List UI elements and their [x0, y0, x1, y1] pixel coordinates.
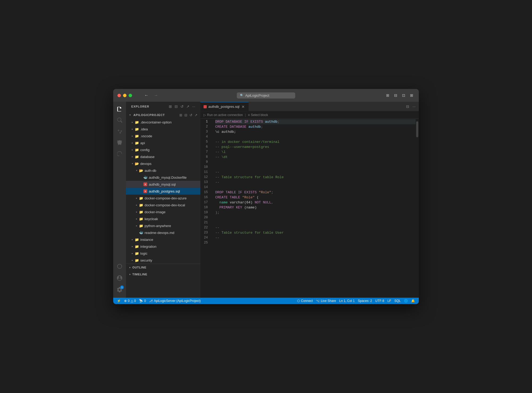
- tree-label-readme: readme-devops.md: [145, 231, 174, 235]
- tree-item-vscode[interactable]: 📁 .vscode: [126, 133, 200, 139]
- customize-layout-button[interactable]: ⊞: [409, 92, 415, 98]
- code-content[interactable]: DROP DATABASE IF EXISTS authdb; CREATE D…: [212, 119, 416, 298]
- tree-item-devcontainer[interactable]: 📁 .devcontainer-option: [126, 119, 200, 126]
- tree-label-pythonanywhere: python-anywhere: [145, 224, 171, 228]
- tree-item-instance[interactable]: 📁 instance: [126, 236, 200, 243]
- tab-close-postgres-sql[interactable]: ✕: [241, 105, 245, 109]
- editor-layout-button[interactable]: ⊡: [401, 92, 407, 98]
- folder-icon-config: 📁: [134, 147, 139, 152]
- close-button[interactable]: [117, 94, 121, 97]
- maximize-button[interactable]: [129, 94, 132, 97]
- activity-account[interactable]: [114, 273, 125, 283]
- tree-item-api[interactable]: 📁 api: [126, 139, 200, 146]
- tree-item-devops[interactable]: 📂 devops: [126, 160, 200, 167]
- forward-button[interactable]: →: [152, 92, 160, 99]
- tree-item-dcdl[interactable]: 📁 docker-compose-dev-local: [126, 202, 200, 208]
- new-file-button[interactable]: ⊞: [168, 104, 173, 109]
- tree-item-dcda[interactable]: 📁 docker-compose-dev-azure: [126, 195, 200, 202]
- code-editor[interactable]: 1 2 3 4 5 6 7 8 9 10 11 12 13 14 15 16 1: [200, 119, 419, 298]
- new-folder-button[interactable]: ⊟: [174, 104, 179, 109]
- tree-arrow-dockerimage: [134, 210, 139, 214]
- tree-item-logic[interactable]: 📁 logic: [126, 250, 200, 257]
- docker-icon-dockerfile: 🐳: [143, 175, 148, 180]
- status-bell[interactable]: 🔔: [409, 298, 417, 304]
- tab-postgres-sql[interactable]: authdb_postgres.sql ✕: [200, 102, 249, 111]
- titlebar-right: ⊞ ⊟ ⊡ ⊞: [385, 92, 415, 98]
- tree-arrow-integration: [130, 244, 134, 249]
- tree-item-mysql-sql[interactable]: S authdb_mysql.sql: [126, 181, 200, 188]
- status-notifications[interactable]: 📡 0: [137, 298, 147, 304]
- status-encoding[interactable]: UTF-8: [374, 298, 386, 304]
- minimize-button[interactable]: [123, 94, 126, 97]
- tree-item-dockerimage[interactable]: 📁 docker-image: [126, 208, 200, 215]
- status-language[interactable]: SQL: [393, 298, 402, 304]
- branch-name: ApiLogicServer (ApiLogicProject): [154, 299, 201, 303]
- bell-icon: 🔔: [411, 299, 415, 303]
- tree-item-dockerfile[interactable]: 🐳 authdb_mysql.Dockerfile: [126, 174, 200, 181]
- refresh-icon[interactable]: ↺: [189, 113, 193, 117]
- new-file-icon[interactable]: ⊞: [179, 113, 183, 117]
- status-remote[interactable]: ⚡: [115, 298, 123, 304]
- tree-label-integration: integration: [140, 245, 157, 249]
- tree-item-authdb[interactable]: 📂 auth-db: [126, 167, 200, 174]
- activity-explorer[interactable]: [114, 104, 125, 114]
- activity-debug[interactable]: [114, 137, 125, 148]
- code-line-20: [215, 215, 416, 220]
- status-errors[interactable]: ⊗ 0 △ 0: [123, 298, 137, 304]
- tab-label-postgres-sql: authdb_postgres.sql: [208, 105, 239, 109]
- tree-item-database[interactable]: 📁 database: [126, 153, 200, 160]
- back-button[interactable]: ←: [143, 92, 150, 99]
- status-liveshare[interactable]: ⌥ Live Share: [314, 298, 337, 304]
- status-eol[interactable]: LF: [386, 298, 393, 304]
- token-1-id: authdb: [265, 119, 277, 124]
- panel-toggle-button[interactable]: ⊟: [393, 92, 399, 98]
- tree-item-security[interactable]: 📁 security: [126, 257, 200, 264]
- code-line-11: --: [215, 170, 416, 175]
- tree-item-pythonanywhere[interactable]: 📁 python-anywhere: [126, 222, 200, 229]
- activity-remote[interactable]: [114, 261, 125, 272]
- code-line-4: [215, 134, 416, 139]
- more-actions-editor-button[interactable]: ···: [411, 104, 417, 109]
- status-branch[interactable]: ⎇ ApiLogicServer (ApiLogicProject): [147, 298, 202, 304]
- tree-item-integration[interactable]: 📁 integration: [126, 243, 200, 250]
- split-editor-button[interactable]: ⊟: [405, 104, 410, 109]
- tree-label-devcontainer: .devcontainer-option: [140, 120, 172, 124]
- collapse-icon[interactable]: ↗: [194, 113, 198, 117]
- folder-icon-vscode: 📁: [134, 134, 139, 138]
- timeline-section-header[interactable]: TIMELINE: [126, 271, 200, 278]
- ln-7: 7: [200, 149, 210, 155]
- outline-section-header[interactable]: OUTLINE: [126, 264, 200, 271]
- select-block-button[interactable]: ≡ Select block: [248, 113, 268, 117]
- sidebar-toggle-button[interactable]: ⊞: [385, 92, 391, 98]
- activity-search[interactable]: [114, 115, 125, 126]
- status-cursor[interactable]: Ln 1, Col 1: [338, 298, 356, 304]
- more-actions-button[interactable]: ···: [191, 104, 196, 109]
- token-2-punc: ;: [261, 124, 263, 129]
- titlebar-center: 🔍 ApiLogicProject: [237, 92, 295, 99]
- project-header[interactable]: APILOGICPROJECT ⊞ ⊟ ↺ ↗: [126, 111, 200, 119]
- run-connection-button[interactable]: ▷ Run on active connection: [204, 113, 243, 117]
- search-bar[interactable]: 🔍 ApiLogicProject: [237, 92, 295, 99]
- editor-scrollbar[interactable]: [416, 119, 419, 298]
- collapse-all-button[interactable]: ↗: [185, 104, 190, 109]
- tree-item-keycloak[interactable]: 📁 keycloak: [126, 215, 200, 222]
- explorer-content[interactable]: APILOGICPROJECT ⊞ ⊟ ↺ ↗ 📁 .devcontainer-: [126, 111, 200, 298]
- select-icon: ≡: [248, 113, 250, 117]
- activity-settings[interactable]: 1: [114, 284, 125, 295]
- activity-extensions[interactable]: [114, 148, 125, 159]
- refresh-button[interactable]: ↺: [180, 104, 184, 109]
- tree-item-idea[interactable]: 📁 .idea: [126, 126, 200, 133]
- new-folder-icon[interactable]: ⊟: [184, 113, 188, 117]
- tree-item-postgres-sql[interactable]: S authdb_postgres.sql: [126, 188, 200, 195]
- tree-item-readme[interactable]: 🐳 readme-devops.md: [126, 229, 200, 236]
- status-spaces[interactable]: Spaces: 2: [356, 298, 374, 304]
- code-line-16: CREATE TABLE "Role" (: [215, 195, 416, 200]
- activity-scm[interactable]: [114, 126, 125, 137]
- tree-item-config[interactable]: 📁 config: [126, 146, 200, 153]
- ln-18: 18: [200, 205, 210, 210]
- folder-icon-keycloak: 📁: [139, 216, 143, 221]
- ln-1: 1: [200, 119, 210, 124]
- folder-icon-instance: 📁: [134, 237, 139, 242]
- status-connect[interactable]: ⬡ Connect: [295, 298, 314, 304]
- status-feedback[interactable]: 🌐: [402, 298, 409, 304]
